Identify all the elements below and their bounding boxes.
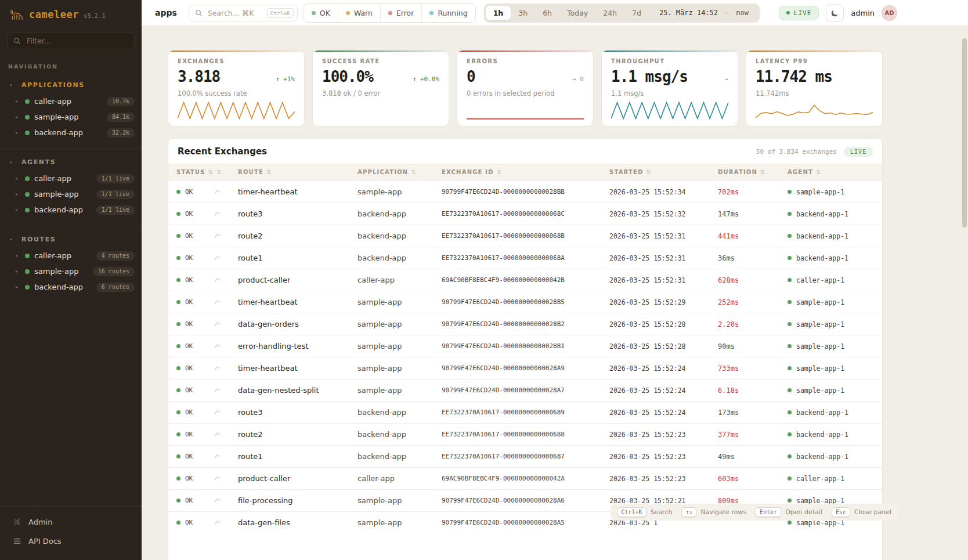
trace-icon[interactable]	[214, 408, 221, 416]
avatar[interactable]: AD	[882, 5, 897, 21]
duration-cell: 173ms	[718, 402, 788, 424]
sidebar-item-routes-caller-app[interactable]: ▸ caller-app 4 routes	[0, 248, 142, 263]
agent-status-dot	[788, 432, 792, 436]
sidebar-section-header-routes[interactable]: ▾ ROUTES	[0, 232, 142, 248]
status-dot	[25, 285, 30, 290]
sparkline	[178, 100, 295, 121]
trace-icon[interactable]	[214, 386, 221, 393]
table-row[interactable]: OK route1 backend-app EE7322370A10617-00…	[168, 446, 882, 468]
status-ok-dot	[176, 234, 180, 238]
table-row[interactable]: OK route2 backend-app EE7322370A10617-00…	[168, 424, 882, 446]
table-row[interactable]: OK route2 backend-app EE7322370A10617-00…	[168, 225, 882, 247]
table-body: OK timer-heartbeat sample-app 90799F47E6…	[168, 181, 882, 534]
card-delta: →	[724, 75, 728, 83]
agent-status-dot	[788, 476, 792, 480]
trace-icon[interactable]	[214, 187, 221, 195]
time-range-24h[interactable]: 24h	[595, 6, 624, 20]
sidebar-item-badge: 84.1k	[107, 113, 135, 122]
column-header-status[interactable]: STATUS⇅	[168, 164, 214, 181]
sidebar-item-applications-caller-app[interactable]: ▸ caller-app 10.7k	[0, 93, 142, 109]
table-row[interactable]: OK timer-heartbeat sample-app 90799F47E6…	[168, 357, 882, 380]
status-label: OK	[185, 475, 193, 482]
route-cell: file-processing	[238, 490, 357, 512]
search-input[interactable]	[207, 8, 263, 18]
trace-icon[interactable]	[214, 276, 221, 283]
time-range-3h[interactable]: 3h	[511, 6, 535, 20]
status-ok-dot	[176, 190, 180, 194]
status-ok-dot	[176, 278, 180, 282]
filter-chip-ok[interactable]: OK	[304, 4, 338, 22]
sidebar-footer-api-docs[interactable]: API Docs	[0, 532, 142, 551]
sidebar-item-agents-sample-app[interactable]: ▸ sample-app 1/1 live	[0, 186, 142, 202]
column-header-trace[interactable]: ⇅	[214, 164, 238, 181]
card-delta: → 0	[572, 75, 584, 83]
table-row[interactable]: OK route1 backend-app EE7322370A10617-00…	[168, 247, 882, 269]
column-header-exchange-id[interactable]: EXCHANGE ID⇅	[442, 164, 609, 181]
trace-icon[interactable]	[214, 209, 221, 217]
main-area: apps Ctrl+K OK Warn Error Running 1h 3h …	[142, 0, 968, 560]
topbar-right: LIVE admin AD	[779, 4, 897, 22]
search-icon	[195, 9, 203, 17]
time-range-7d[interactable]: 7d	[624, 6, 649, 20]
duration-cell: 628ms	[718, 269, 788, 291]
table-row[interactable]: OK data-gen-nested-split sample-app 9079…	[168, 380, 882, 402]
sidebar-item-applications-backend-app[interactable]: ▸ backend-app 32.2k	[0, 125, 142, 140]
column-header-duration[interactable]: DURATION⇅	[718, 164, 788, 181]
date-to: now	[736, 9, 749, 17]
trace-icon[interactable]	[214, 496, 221, 504]
live-badge[interactable]: LIVE	[779, 6, 819, 20]
table-row[interactable]: OK data-gen-orders sample-app 90799F47E6…	[168, 313, 882, 335]
table-row[interactable]: OK product-caller caller-app 69AC90BF8EB…	[168, 468, 882, 490]
column-header-application[interactable]: APPLICATION⇅	[357, 164, 442, 181]
table-row[interactable]: OK route3 backend-app EE7322370A10617-00…	[168, 203, 882, 225]
scrollbar-thumb[interactable]	[962, 38, 967, 227]
sidebar-item-agents-caller-app[interactable]: ▸ caller-app 1/1 live	[0, 171, 142, 186]
search-icon	[13, 37, 21, 45]
sidebar-item-agents-backend-app[interactable]: ▸ backend-app 1/1 live	[0, 202, 142, 218]
table-row[interactable]: OK timer-heartbeat sample-app 90799F47E6…	[168, 291, 882, 313]
time-range-today[interactable]: Today	[559, 6, 595, 20]
sidebar-section-header-applications[interactable]: ▾ APPLICATIONS	[0, 78, 142, 93]
page-scrollbar[interactable]	[962, 26, 967, 560]
trace-icon[interactable]	[214, 364, 221, 371]
trace-icon[interactable]	[214, 452, 221, 460]
route-cell: product-caller	[238, 468, 357, 490]
sort-icon: ⇅	[816, 169, 822, 175]
sidebar-section-header-agents[interactable]: ▾ AGENTS	[0, 155, 142, 171]
duration-cell: 36ms	[718, 247, 788, 269]
started-cell: 2026-03-25 15:52:23	[609, 424, 718, 446]
table-row[interactable]: OK error-handling-test sample-app 90799F…	[168, 335, 882, 357]
trace-icon[interactable]	[214, 342, 221, 349]
status-dot	[346, 11, 350, 15]
table-row[interactable]: OK route3 backend-app EE7322370A10617-00…	[168, 402, 882, 424]
sidebar-item-routes-backend-app[interactable]: ▸ backend-app 6 routes	[0, 279, 142, 295]
table-row[interactable]: OK timer-heartbeat sample-app 90799F47E6…	[168, 181, 882, 203]
trace-icon[interactable]	[214, 474, 221, 482]
filter-chip-warn[interactable]: Warn	[338, 4, 380, 22]
column-header-started[interactable]: STARTED⇅	[609, 164, 718, 181]
trace-icon[interactable]	[214, 320, 221, 327]
column-header-route[interactable]: ROUTE⇅	[238, 164, 357, 181]
sidebar-item-routes-sample-app[interactable]: ▸ sample-app 16 routes	[0, 263, 142, 279]
sidebar-item-applications-sample-app[interactable]: ▸ sample-app 84.1k	[0, 109, 142, 125]
filter-chip-running[interactable]: Running	[421, 4, 475, 22]
table-row[interactable]: OK product-caller caller-app 69AC90BF8EB…	[168, 269, 882, 291]
column-header-label: DURATION	[718, 169, 757, 175]
application-cell: sample-app	[357, 335, 442, 357]
filter-chip-error[interactable]: Error	[380, 4, 421, 22]
time-range-1h[interactable]: 1h	[486, 6, 511, 20]
sidebar-filter-input[interactable]	[26, 36, 128, 46]
time-range-6h[interactable]: 6h	[535, 6, 559, 20]
trace-icon[interactable]	[214, 298, 221, 305]
column-header-agent[interactable]: AGENT⇅	[788, 164, 882, 181]
trace-icon[interactable]	[214, 430, 221, 438]
sidebar-footer-admin[interactable]: Admin	[0, 512, 142, 532]
card-label: ERRORS	[467, 58, 584, 64]
trace-icon[interactable]	[214, 518, 221, 526]
trace-icon[interactable]	[214, 232, 221, 239]
trace-icon[interactable]	[214, 254, 221, 261]
status-ok-dot	[176, 256, 180, 260]
theme-toggle-button[interactable]	[826, 4, 844, 22]
nav-sections: ▾ APPLICATIONS ▸ caller-app 10.7k ▸ samp…	[0, 72, 142, 303]
application-cell: backend-app	[357, 225, 442, 247]
